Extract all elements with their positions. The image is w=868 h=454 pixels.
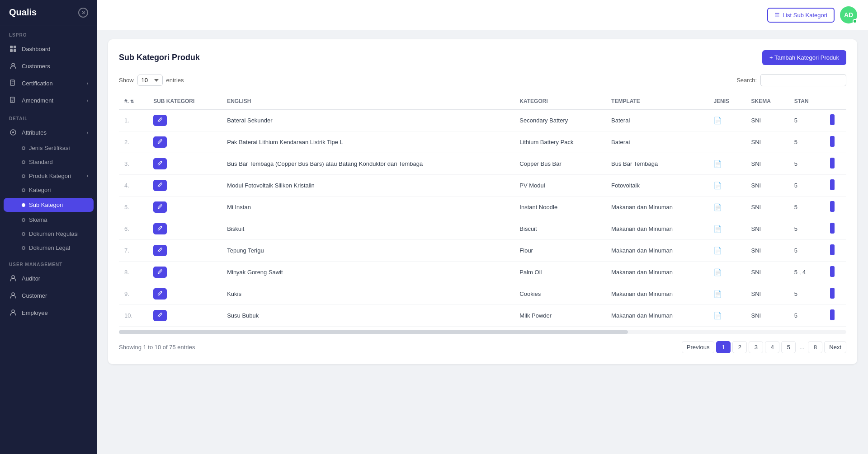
sidebar-item-kategori[interactable]: Kategori — [0, 183, 97, 197]
page-8-button[interactable]: 8 — [808, 341, 822, 353]
sub-kategori-label: Sub Kategori — [29, 201, 63, 208]
template-doc-icon: 📄 — [713, 312, 722, 319]
cell-sub-kategori: Bus Bar Tembaga (Copper Bus Bars) atau B… — [222, 153, 514, 175]
cell-template: 📄 — [708, 262, 745, 283]
cell-edit-btn — [148, 218, 222, 240]
page-5-button[interactable]: 5 — [781, 341, 796, 353]
add-kategori-button[interactable]: + Tambah Kategori Produk — [762, 50, 846, 65]
jenis-sertifikasi-label: Jenis Sertifikasi — [29, 145, 70, 151]
sidebar-item-jenis-sertifikasi[interactable]: Jenis Sertifikasi — [0, 141, 97, 155]
table-header-row: #. ⇅ SUB KATEGORI ENGLISH KATEGORI TEMPL… — [119, 94, 846, 109]
customer-label: Customer — [22, 292, 47, 299]
cell-stan — [825, 153, 846, 175]
cell-num: 7. — [119, 240, 148, 262]
app-name: Qualis — [9, 7, 37, 18]
previous-button[interactable]: Previous — [682, 341, 715, 353]
cell-english: Instant Noodle — [514, 197, 606, 218]
cell-jenis: SNI — [745, 153, 788, 175]
page-1-button[interactable]: 1 — [716, 341, 731, 353]
cell-stan — [825, 283, 846, 305]
attributes-icon — [9, 128, 17, 136]
svg-point-10 — [12, 293, 14, 295]
produk-dot-icon — [22, 174, 25, 178]
certification-arrow-icon: › — [87, 81, 88, 86]
cell-template: 📄 — [708, 305, 745, 327]
page-3-button[interactable]: 3 — [749, 341, 763, 353]
col-kategori: KATEGORI — [514, 94, 606, 109]
cell-edit-btn — [148, 131, 222, 153]
sidebar-item-standard[interactable]: Standard — [0, 155, 97, 169]
cell-template: 📄 — [708, 175, 745, 197]
sidebar-item-customers-label: Customers — [22, 63, 50, 70]
sidebar-item-customer[interactable]: Customer — [0, 287, 97, 304]
sidebar-item-auditor[interactable]: Auditor — [0, 270, 97, 287]
col-num[interactable]: #. ⇅ — [119, 94, 148, 109]
edit-button-6[interactable] — [153, 223, 167, 234]
cell-num: 9. — [119, 283, 148, 305]
edit-button-4[interactable] — [153, 180, 167, 191]
search-box: Search: — [736, 74, 846, 86]
next-button[interactable]: Next — [824, 341, 846, 353]
sidebar-item-amendment[interactable]: Amendment › — [0, 92, 97, 109]
edit-button-5[interactable] — [153, 201, 167, 213]
produk-kategori-arrow-icon: › — [87, 173, 88, 178]
cell-sub-kategori: Baterai Sekunder — [222, 109, 514, 131]
edit-button-9[interactable] — [153, 288, 167, 300]
cell-jenis: SNI — [745, 197, 788, 218]
edit-button-2[interactable] — [153, 136, 167, 148]
horizontal-scrollbar[interactable] — [119, 330, 846, 334]
cell-edit-btn — [148, 109, 222, 131]
avatar[interactable]: AD — [840, 6, 857, 23]
content-area: Sub Kategori Produk + Tambah Kategori Pr… — [97, 30, 868, 454]
template-doc-icon: 📄 — [713, 225, 722, 233]
cell-template: 📄 — [708, 153, 745, 175]
pagination-info: Showing 1 to 10 of 75 entries — [119, 344, 195, 351]
sidebar-item-sub-kategori[interactable]: Sub Kategori — [4, 198, 94, 212]
scrollbar-thumb — [119, 330, 628, 334]
auditor-label: Auditor — [22, 275, 40, 282]
entries-select[interactable]: 10 25 50 100 — [137, 75, 163, 86]
edit-button-8[interactable] — [153, 267, 167, 278]
search-input[interactable] — [760, 74, 846, 86]
amendment-arrow-icon: › — [87, 98, 88, 103]
cell-kategori: Makanan dan Minuman — [606, 283, 708, 305]
edit-button-10[interactable] — [153, 310, 167, 321]
sub-kategori-dot-icon — [22, 203, 25, 207]
pagination-row: Showing 1 to 10 of 75 entries Previous 1… — [119, 341, 846, 353]
cell-stan — [825, 218, 846, 240]
avatar-initials: AD — [844, 11, 853, 19]
cell-num: 1. — [119, 109, 148, 131]
sidebar-item-skema[interactable]: Skema — [0, 213, 97, 227]
sidebar-item-customers[interactable]: Customers — [0, 57, 97, 75]
list-sub-kategori-button[interactable]: ☰ List Sub Kategori — [767, 8, 835, 23]
svg-rect-1 — [14, 46, 16, 48]
edit-button-3[interactable] — [153, 158, 167, 169]
sidebar-item-employee[interactable]: Employee — [0, 304, 97, 321]
sidebar-item-dashboard[interactable]: Dashboard — [0, 40, 97, 57]
sidebar-item-dokumen-regulasi[interactable]: Dokumen Regulasi — [0, 227, 97, 241]
cell-skema: 5 — [789, 240, 825, 262]
cell-sub-kategori: Biskuit — [222, 218, 514, 240]
cell-jenis: SNI — [745, 305, 788, 327]
cell-num: 6. — [119, 218, 148, 240]
sidebar-item-dokumen-legal[interactable]: Dokumen Legal — [0, 241, 97, 255]
edit-button-1[interactable] — [153, 115, 167, 126]
cell-kategori: Makanan dan Minuman — [606, 197, 708, 218]
edit-button-7[interactable] — [153, 245, 167, 256]
template-doc-icon: 📄 — [713, 160, 722, 168]
table-row: 9. Kukis Cookies Makanan dan Minuman 📄 S… — [119, 283, 846, 305]
avatar-status-dot — [853, 19, 857, 23]
show-label: Show — [119, 77, 134, 84]
skema-dot-icon — [22, 218, 25, 222]
svg-point-8 — [12, 131, 14, 133]
template-doc-icon: 📄 — [713, 290, 722, 298]
page-2-button[interactable]: 2 — [732, 341, 747, 353]
dokumen-regulasi-dot-icon — [22, 232, 25, 236]
page-4-button[interactable]: 4 — [765, 341, 779, 353]
sidebar-item-produk-kategori[interactable]: Produk Kategori › — [0, 169, 97, 183]
sidebar-item-attributes[interactable]: Attributes › — [0, 124, 97, 141]
sidebar: Qualis ⊙ LSPRO Dashboard Customers Certi… — [0, 0, 97, 454]
svg-rect-0 — [10, 46, 13, 48]
sidebar-item-certification[interactable]: Certification › — [0, 75, 97, 92]
produk-kategori-label: Produk Kategori — [29, 173, 71, 179]
